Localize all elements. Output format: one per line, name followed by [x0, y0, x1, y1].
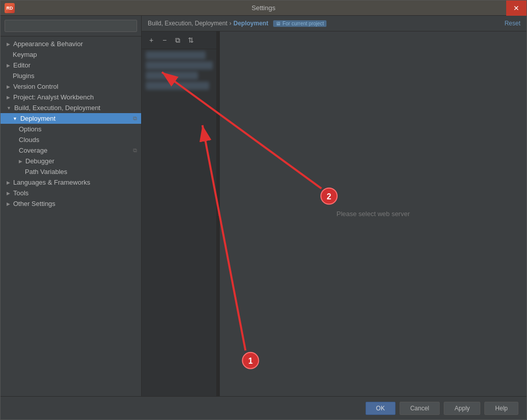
sidebar-item-build[interactable]: ▼ Build, Execution, Deployment [1, 102, 141, 113]
main-layout: ▶ Appearance & Behavior Keymap ▶ Editor … [1, 16, 526, 396]
close-button[interactable]: ✕ [506, 1, 526, 16]
arrow-icon: ▶ [7, 191, 10, 196]
arrow-icon: ▶ [7, 84, 10, 89]
breadcrumb-bar: Build, Execution, Deployment › Deploymen… [142, 16, 526, 31]
sidebar-item-project[interactable]: ▶ Project: Analyst Workbench [1, 92, 141, 102]
sidebar-item-version-control[interactable]: ▶ Version Control [1, 81, 141, 92]
sidebar-item-deployment[interactable]: ▼ Deployment ⧉ [1, 113, 141, 124]
sidebar-item-options[interactable]: Options [1, 124, 141, 134]
placeholder-text: Please select web server [337, 210, 410, 218]
sidebar-item-appearance[interactable]: ▶ Appearance & Behavior [1, 39, 141, 49]
remove-button[interactable]: − [159, 34, 170, 46]
sidebar-item-keymap[interactable]: Keymap [1, 49, 141, 60]
breadcrumb: Build, Execution, Deployment › Deploymen… [148, 20, 326, 27]
sidebar-item-clouds[interactable]: Clouds [1, 134, 141, 145]
app-logo: RD [5, 3, 15, 13]
search-input[interactable] [5, 20, 137, 32]
sidebar-item-editor[interactable]: ▶ Editor [1, 60, 141, 71]
title-bar: RD Settings ✕ [1, 1, 526, 16]
window-title: Settings [252, 4, 276, 12]
server-item-blurred-3[interactable] [146, 72, 198, 80]
breadcrumb-sep: › [229, 20, 232, 27]
sidebar-item-other[interactable]: ▶ Other Settings [1, 198, 141, 209]
arrow-icon: ▼ [13, 116, 17, 121]
breadcrumb-project-tag: 🖥For current project [273, 20, 326, 27]
bottom-bar: OK Cancel Apply Help [1, 396, 526, 419]
toolbar: + − ⧉ ⇅ [142, 31, 216, 49]
copy-icon: ⧉ [133, 147, 137, 154]
copy-button[interactable]: ⧉ [172, 34, 183, 46]
arrow-icon: ▶ [7, 201, 10, 206]
arrow-icon: ▶ [19, 159, 22, 164]
arrow-icon: ▶ [7, 42, 10, 47]
sidebar-item-languages[interactable]: ▶ Languages & Frameworks [1, 177, 141, 188]
sidebar-item-coverage[interactable]: Coverage ⧉ [1, 145, 141, 156]
server-item-blurred-4[interactable] [146, 82, 209, 90]
apply-button[interactable]: Apply [444, 402, 480, 415]
breadcrumb-path1: Build, Execution, Deployment [148, 20, 227, 27]
sidebar-item-plugins[interactable]: Plugins [1, 71, 141, 81]
copy-icon: ⧉ [133, 115, 137, 122]
sidebar-tree: ▶ Appearance & Behavior Keymap ▶ Editor … [1, 37, 141, 396]
arrow-icon: ▶ [7, 63, 10, 68]
arrow-icon: ▶ [7, 95, 10, 100]
help-button[interactable]: Help [484, 402, 518, 415]
reset-link[interactable]: Reset [505, 20, 520, 27]
arrow-icon: ▼ [7, 106, 11, 111]
sidebar-item-debugger[interactable]: ▶ Debugger [1, 156, 141, 166]
server-list-panel: + − ⧉ ⇅ [142, 31, 217, 396]
sidebar-item-path-variables[interactable]: Path Variables [1, 166, 141, 177]
sidebar: ▶ Appearance & Behavior Keymap ▶ Editor … [1, 16, 142, 396]
split-pane: + − ⧉ ⇅ ⋮ [142, 31, 526, 396]
server-list [142, 49, 216, 396]
move-button[interactable]: ⇅ [185, 34, 196, 46]
breadcrumb-current: Deployment [234, 20, 269, 27]
server-item-blurred-1[interactable] [146, 51, 206, 59]
settings-window: RD Settings ✕ ▶ Appearance & Behavior Ke… [0, 0, 527, 420]
ok-button[interactable]: OK [366, 402, 396, 415]
add-button[interactable]: + [146, 34, 157, 46]
search-bar [1, 16, 141, 37]
right-panel: Please select web server [220, 31, 526, 396]
sidebar-item-tools[interactable]: ▶ Tools [1, 188, 141, 198]
content-area: Build, Execution, Deployment › Deploymen… [142, 16, 526, 396]
arrow-icon: ▶ [7, 180, 10, 185]
server-item-blurred-2[interactable] [146, 61, 213, 69]
cancel-button[interactable]: Cancel [400, 402, 440, 415]
